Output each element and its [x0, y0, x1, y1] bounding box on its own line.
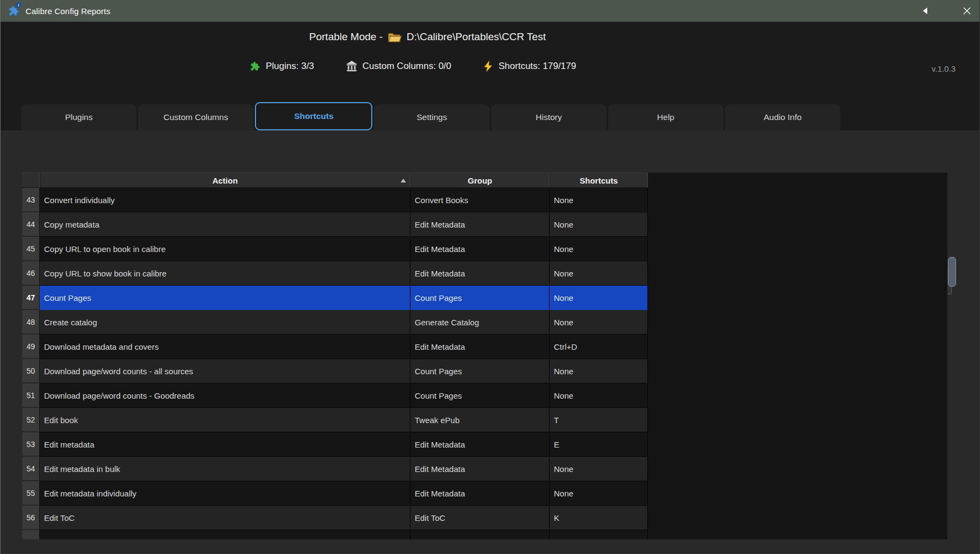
version-label: v.1.0.3	[932, 64, 956, 73]
shortcuts-table: Action Group Shortcuts 43 Convert indivi…	[22, 173, 947, 539]
group-cell: Count Pages	[410, 383, 550, 408]
scrollbar-thumb[interactable]	[948, 257, 956, 287]
tab-audio-info[interactable]: Audio Info	[725, 104, 840, 130]
row-number-cell: 49	[22, 335, 40, 359]
group-cell: Convert Books	[410, 188, 550, 212]
close-icon[interactable]	[954, 0, 979, 22]
tab-custom-columns[interactable]: Custom Columns	[138, 104, 253, 130]
table-row[interactable]: 52 Edit book Tweak ePub T	[22, 408, 648, 432]
action-cell: Download page/word counts - Goodreads	[40, 383, 410, 408]
table-row[interactable]: 56 Edit ToC Edit ToC K	[22, 506, 648, 530]
shortcut-cell: None	[550, 286, 648, 310]
shortcut-cell: None	[550, 212, 648, 237]
group-cell: Edit Metadata	[410, 481, 550, 506]
row-number-column-header	[22, 173, 40, 188]
tab-shortcuts[interactable]: Shortcuts	[255, 102, 372, 130]
shortcut-cell: None	[550, 359, 648, 383]
app-window: i Calibre Config Reports Portable Mode -…	[0, 0, 980, 554]
tab-history[interactable]: History	[491, 104, 607, 130]
shortcut-cell: None	[550, 261, 648, 286]
row-number-cell: 43	[22, 188, 40, 212]
table-row[interactable]: 51 Download page/word counts - Goodreads…	[22, 383, 648, 408]
action-cell: Count Pages	[40, 286, 410, 310]
table-row[interactable]: 55 Edit metadata individually Edit Metad…	[22, 481, 648, 506]
table-row[interactable]: 47 Count Pages Count Pages None	[22, 286, 648, 310]
shortcut-cell: E	[550, 432, 648, 457]
row-number-cell: 51	[22, 383, 40, 408]
table-row[interactable]: 43 Convert individually Convert Books No…	[22, 188, 648, 212]
group-cell: Edit Metadata	[410, 335, 550, 359]
action-cell: Copy metadata	[40, 212, 410, 237]
group-cell: Count Pages	[410, 286, 550, 310]
action-cell: Create catalog	[40, 310, 410, 335]
title-bar: i Calibre Config Reports	[1, 0, 979, 22]
group-cell: Edit Metadata	[410, 261, 550, 286]
action-column-header[interactable]: Action	[40, 173, 410, 188]
portable-mode-line: Portable Mode - D:\Calibre\Portables\CCR…	[1, 31, 854, 43]
tab-plugins[interactable]: Plugins	[21, 104, 136, 130]
table-row[interactable]: 45 Copy URL to open book in calibre Edit…	[22, 237, 648, 261]
action-cell: Copy URL to open book in calibre	[40, 237, 410, 261]
shortcuts-stat-label: Shortcuts: 179/179	[498, 61, 576, 72]
plugins-stat-label: Plugins: 3/3	[266, 61, 314, 72]
row-number-cell: 50	[22, 359, 40, 383]
action-cell: Copy URL to show book in calibre	[40, 261, 410, 286]
shortcuts-column-header-label: Shortcuts	[579, 176, 617, 185]
custom-columns-stat-label: Custom Columns: 0/0	[363, 61, 451, 72]
table-body: 43 Convert individually Convert Books No…	[22, 188, 947, 530]
tab-bar: PluginsCustom ColumnsShortcutsSettingsHi…	[21, 104, 840, 130]
sort-asc-icon	[401, 179, 406, 182]
group-cell: Edit Metadata	[410, 457, 550, 481]
row-number-cell: 54	[22, 457, 40, 481]
tab-label: History	[536, 112, 562, 122]
table-row[interactable]: 53 Edit metadata Edit Metadata E	[22, 432, 648, 457]
action-cell: Edit metadata individually	[40, 481, 410, 506]
shortcut-cell: None	[550, 310, 648, 335]
shortcuts-stat: Shortcuts: 179/179	[483, 60, 576, 72]
group-cell: Count Pages	[410, 359, 550, 383]
tab-help[interactable]: Help	[608, 104, 723, 130]
plugins-icon	[249, 60, 261, 72]
portable-mode-label: Portable Mode -	[309, 31, 383, 43]
row-number-cell: 47	[22, 286, 40, 310]
row-number-cell: 52	[22, 408, 40, 432]
vertical-scrollbar[interactable]	[948, 173, 957, 539]
group-cell: Edit Metadata	[410, 212, 550, 237]
row-number-cell: 45	[22, 237, 40, 261]
table-row[interactable]: 46 Copy URL to show book in calibre Edit…	[22, 261, 648, 286]
tab-label: Audio Info	[764, 112, 802, 122]
table-row-partial[interactable]	[22, 530, 648, 539]
group-cell: Generate Catalog	[410, 310, 550, 335]
row-number-cell: 53	[22, 432, 40, 457]
group-column-header[interactable]: Group	[410, 173, 550, 188]
table-row[interactable]: 54 Edit metadata in bulk Edit Metadata N…	[22, 457, 648, 481]
info-badge-icon: i	[16, 2, 21, 8]
folder-icon	[388, 32, 402, 43]
tab-label: Shortcuts	[294, 111, 333, 121]
group-cell: Edit ToC	[410, 506, 550, 530]
group-column-header-label: Group	[468, 176, 492, 185]
row-number-cell: 44	[22, 212, 40, 237]
action-cell: Download page/word counts - all sources	[40, 359, 410, 383]
tab-label: Help	[657, 112, 675, 122]
tab-label: Plugins	[65, 112, 93, 122]
table-header-row: Action Group Shortcuts	[22, 173, 648, 188]
row-number-cell: 46	[22, 261, 40, 286]
shortcut-cell: None	[550, 383, 648, 408]
status-line: Plugins: 3/3 Custom Columns: 0/0	[1, 60, 825, 72]
group-cell: Edit Metadata	[410, 432, 550, 457]
shortcuts-column-header[interactable]: Shortcuts	[550, 173, 648, 188]
row-number-cell: 55	[22, 481, 40, 506]
window-title: Calibre Config Reports	[26, 7, 110, 16]
action-cell: Edit metadata in bulk	[40, 457, 410, 481]
shortcut-cell: T	[550, 408, 648, 432]
shortcut-cell: Ctrl+D	[550, 335, 648, 359]
table-row[interactable]: 50 Download page/word counts - all sourc…	[22, 359, 648, 383]
table-row[interactable]: 48 Create catalog Generate Catalog None	[22, 310, 648, 335]
tab-settings[interactable]: Settings	[374, 104, 489, 130]
table-row[interactable]: 44 Copy metadata Edit Metadata None	[22, 212, 648, 237]
shortcut-cell: None	[550, 481, 648, 506]
table-row[interactable]: 49 Download metadata and covers Edit Met…	[22, 335, 648, 359]
custom-columns-icon	[346, 60, 358, 72]
back-arrow-button[interactable]	[917, 0, 933, 22]
